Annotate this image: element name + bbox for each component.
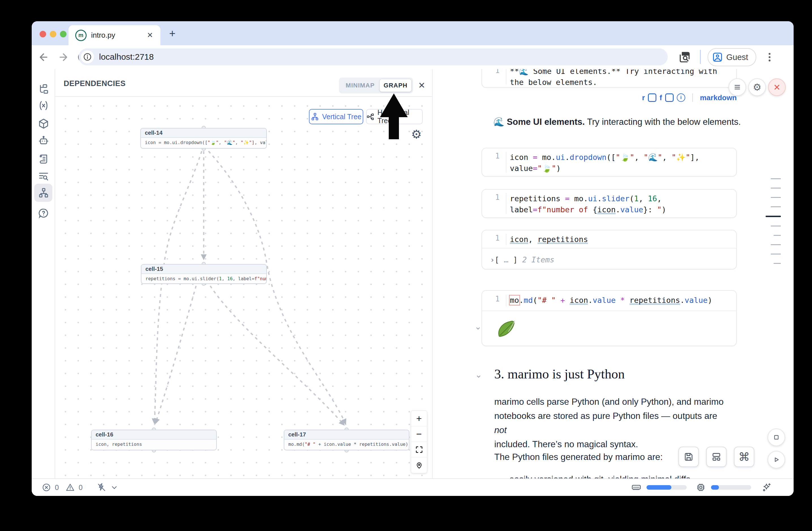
url-bar[interactable]: localhost:2718 xyxy=(79,48,668,66)
help-icon[interactable] xyxy=(38,208,49,218)
kebab-menu-icon[interactable] xyxy=(764,51,775,63)
site-info-icon[interactable] xyxy=(81,51,94,63)
markdown-cell-toolbar: r f i markdown xyxy=(642,92,737,103)
locate-node-button[interactable] xyxy=(411,457,427,473)
markdown-output-bold: Some UI elements. xyxy=(507,117,585,127)
notebook-menu-button[interactable] xyxy=(728,78,746,96)
code-editor[interactable]: mo.md("# " + icon.value * repetitions.va… xyxy=(510,295,731,306)
keyboard-shortcuts-button[interactable]: ⌘ xyxy=(734,447,754,467)
tab-close-icon[interactable]: ✕ xyxy=(147,31,153,40)
marimo-favicon: m xyxy=(75,30,87,41)
zoom-out-button[interactable]: − xyxy=(411,426,427,442)
panel-close-icon[interactable]: ✕ xyxy=(418,81,425,90)
graph-canvas[interactable]: Vertical Tree Horizontal Tree ⚙ cell-14 … xyxy=(55,96,433,478)
tab-minimap[interactable]: MINIMAP xyxy=(340,82,380,89)
items-count: 2 Items xyxy=(522,255,554,264)
shutdown-button[interactable]: ✕ xyxy=(768,78,786,96)
graph-node-cell-14[interactable]: cell-14 icon = mo.ui.dropdown(["🍃", "🌊",… xyxy=(140,128,267,148)
logs-icon[interactable] xyxy=(38,171,49,182)
fit-view-icon[interactable] xyxy=(411,442,427,457)
packages-icon[interactable] xyxy=(38,118,49,129)
back-icon[interactable] xyxy=(38,52,49,63)
warnings-icon[interactable] xyxy=(66,483,75,492)
gutter-divider xyxy=(506,295,506,306)
forward-icon[interactable] xyxy=(58,52,69,63)
ai-assistant-icon[interactable] xyxy=(38,135,49,146)
graph-settings-gear-icon[interactable]: ⚙ xyxy=(411,127,422,141)
collapse-chevron-icon[interactable]: ⌄ xyxy=(475,321,481,331)
code-editor[interactable]: icon = mo.ui.dropdown(["🍃", "🌊", "✨"], v… xyxy=(510,152,731,174)
interrupt-button[interactable] xyxy=(768,429,785,446)
zoom-in-button[interactable]: + xyxy=(411,411,427,426)
code-cell-dropdown[interactable]: 1 icon = mo.ui.dropdown(["🍃", "🌊", "✨"],… xyxy=(481,148,737,177)
vertical-tree-button[interactable]: Vertical Tree xyxy=(309,109,363,124)
graph-node-cell-17[interactable]: cell-17 mo.md("# " + icon.value * repeti… xyxy=(284,430,409,450)
notebook-settings-button[interactable]: ⚙ xyxy=(748,78,766,96)
vertical-tree-label: Vertical Tree xyxy=(322,113,362,121)
r-toggle-checkbox[interactable] xyxy=(648,94,656,102)
formatter-off-icon[interactable] xyxy=(97,483,106,492)
dependency-graph-icon[interactable] xyxy=(38,187,49,198)
panel-title: DEPENDENCIES xyxy=(64,79,126,88)
window-zoom-button[interactable] xyxy=(60,31,67,37)
gutter-divider xyxy=(506,234,506,245)
line-number: 1 xyxy=(486,193,499,202)
run-button[interactable] xyxy=(768,451,785,469)
window-minimize-button[interactable] xyxy=(50,31,56,37)
scratchpad-icon[interactable] xyxy=(38,154,49,164)
tab-search-icon[interactable] xyxy=(678,51,691,63)
screenshot-root: m intro.py ✕ + localhost:2718 Guest xyxy=(0,0,812,531)
graph-node-cell-15[interactable]: cell-15 repetitions = mo.ui.slider(1, 16… xyxy=(141,264,267,284)
tab-title: intro.py xyxy=(91,31,147,40)
markdown-output-rest: Try interacting with the below elements. xyxy=(585,117,741,127)
profile-button[interactable]: Guest xyxy=(708,48,756,66)
errors-icon[interactable] xyxy=(42,483,51,492)
graph-node-cell-16[interactable]: cell-16 icon, repetitions xyxy=(91,430,217,450)
code-editor[interactable]: icon, repetitions xyxy=(510,234,731,245)
bracket-close: ] xyxy=(513,255,522,264)
file-tree-icon[interactable] xyxy=(38,84,49,95)
code-cell-momd[interactable]: 1 mo.md("# " + icon.value * repetitions.… xyxy=(481,290,737,346)
chevron-down-icon[interactable] xyxy=(110,484,118,491)
code-editor[interactable]: repetitions = mo.ui.slider(1, 16, label=… xyxy=(510,193,731,215)
cpu-usage-bar xyxy=(711,485,751,490)
horizontal-tree-button[interactable]: Horizontal Tree xyxy=(366,109,423,124)
memory-icon xyxy=(631,482,641,492)
line-number: 1 xyxy=(486,152,499,160)
tab-graph[interactable]: GRAPH xyxy=(380,79,411,92)
f-toggle-checkbox[interactable] xyxy=(665,94,673,102)
node-code: mo.md("# " + icon.value * repetitions.va… xyxy=(284,440,409,449)
page-content: DEPENDENCIES MINIMAP GRAPH ✕ xyxy=(32,69,794,478)
notebook-pane: 1 **🌊 Some UI elements.** Try interactin… xyxy=(432,69,794,478)
status-bar: 0 0 xyxy=(32,478,794,496)
clipped-list-item: easily versioned with git, yielding mini… xyxy=(509,472,741,478)
code-editor[interactable]: **🌊 Some UI elements.** Try interacting … xyxy=(510,69,731,88)
layout-icon xyxy=(711,452,722,462)
expand-chevron-icon[interactable]: › xyxy=(490,255,495,264)
save-button[interactable] xyxy=(679,447,699,467)
code-cell-tuple[interactable]: 1 icon, repetitions ›[ … ] 2 Items xyxy=(481,230,737,270)
cell-minimap[interactable] xyxy=(766,178,781,264)
browser-tab[interactable]: m intro.py ✕ xyxy=(69,25,160,45)
horizontal-tree-label: Horizontal Tree xyxy=(377,109,422,125)
cpu-icon xyxy=(696,482,706,492)
window-close-button[interactable] xyxy=(40,31,46,37)
stop-icon xyxy=(773,434,780,441)
tuple-output[interactable]: ›[ … ] 2 Items xyxy=(490,255,554,264)
node-title: cell-14 xyxy=(141,129,266,138)
markdown-source-cell[interactable]: 1 **🌊 Some UI elements.** Try interactin… xyxy=(481,69,737,88)
gutter-divider xyxy=(506,193,506,214)
new-tab-button[interactable]: + xyxy=(169,28,175,39)
language-badge[interactable]: markdown xyxy=(700,94,737,102)
node-title: cell-15 xyxy=(142,265,266,274)
layout-button[interactable] xyxy=(706,447,727,467)
code-cell-slider[interactable]: 1 repetitions = mo.ui.slider(1, 16, labe… xyxy=(481,189,737,218)
node-code: icon = mo.ui.dropdown(["🍃", "🌊", "✨"], v… xyxy=(141,138,266,147)
variables-icon[interactable] xyxy=(38,100,49,111)
paragraph-italic: not xyxy=(494,425,507,435)
info-icon[interactable]: i xyxy=(677,94,685,102)
ai-sparkle-icon[interactable] xyxy=(762,482,771,492)
section-heading: 3. marimo is just Python xyxy=(494,366,625,382)
browser-tabstrip: m intro.py ✕ + xyxy=(32,21,794,45)
section-collapse-chevron-icon[interactable]: ⌄ xyxy=(475,370,482,379)
